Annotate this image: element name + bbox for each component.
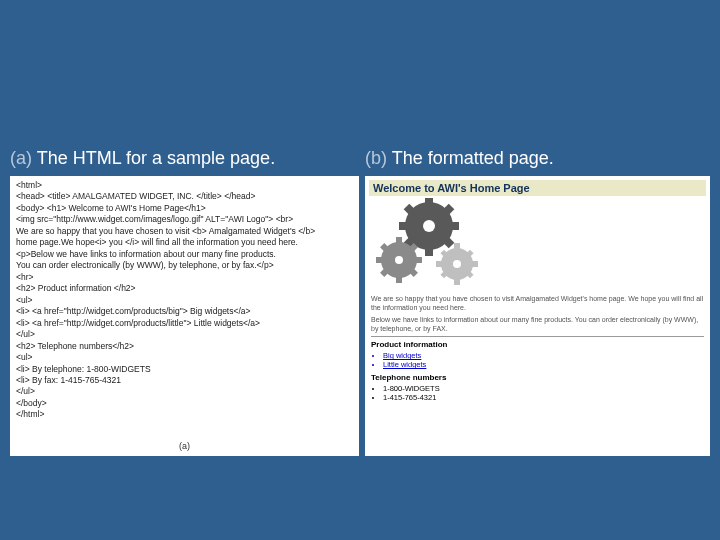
src-line: <h2> Telephone numbers</h2>: [16, 341, 353, 352]
src-line: <li> <a href="http://widget.com/products…: [16, 306, 353, 317]
section-heading-products: Product information: [371, 340, 704, 349]
caption-a: (a) The HTML for a sample page.: [10, 148, 365, 169]
captions-row: (a) The HTML for a sample page. (b) The …: [10, 148, 710, 169]
src-line: </ul>: [16, 386, 353, 397]
rendered-page-panel: Welcome to AWI's Home Page: [365, 176, 710, 456]
src-line: <hr>: [16, 272, 353, 283]
caption-a-text: The HTML for a sample page.: [37, 148, 275, 168]
src-line: <ul>: [16, 352, 353, 363]
logo-image: [371, 198, 706, 290]
src-line: <html>: [16, 180, 353, 191]
src-line: <li> By fax: 1-415-765-4321: [16, 375, 353, 386]
caption-b-label: (b): [365, 148, 392, 168]
src-line: <ul>: [16, 295, 353, 306]
phone-item: 1-415-765-4321: [383, 393, 706, 402]
src-line: <h2> Product information </h2>: [16, 283, 353, 294]
product-link-little[interactable]: Little widgets: [383, 360, 706, 369]
html-source-panel: <html> <head> <title> AMALGAMATED WIDGET…: [10, 176, 359, 456]
svg-rect-2: [425, 246, 433, 256]
src-line: home page.We hope<i> you </i> will find …: [16, 237, 353, 248]
svg-rect-4: [449, 222, 459, 230]
svg-rect-1: [425, 198, 433, 206]
src-line: </body>: [16, 398, 353, 409]
caption-b: (b) The formatted page.: [365, 148, 710, 169]
svg-rect-11: [396, 237, 402, 245]
section-heading-phone: Telephone numbers: [371, 373, 704, 382]
phone-item: 1-800-WIDGETS: [383, 384, 706, 393]
svg-point-29: [453, 260, 461, 268]
svg-rect-22: [454, 278, 460, 285]
product-link-big[interactable]: Big widgets: [383, 351, 706, 360]
svg-rect-23: [436, 261, 443, 267]
gear-icon: [436, 243, 478, 285]
src-line: We are so happy that you have chosen to …: [16, 226, 353, 237]
svg-point-9: [423, 220, 435, 232]
src-line: </ul>: [16, 329, 353, 340]
panels-row: <html> <head> <title> AMALGAMATED WIDGET…: [10, 176, 710, 456]
src-line: <body> <h1> Welcome to AWI's Home Page</…: [16, 203, 353, 214]
src-line: <li> By telephone: 1-800-WIDGETS: [16, 364, 353, 375]
phone-list: 1-800-WIDGETS 1-415-765-4321: [383, 384, 706, 402]
svg-rect-12: [396, 275, 402, 283]
src-line: <li> <a href="http://widget.com/products…: [16, 318, 353, 329]
src-line: </html>: [16, 409, 353, 420]
caption-a-label: (a): [10, 148, 37, 168]
caption-b-text: The formatted page.: [392, 148, 554, 168]
divider: [371, 336, 704, 337]
svg-rect-3: [399, 222, 409, 230]
src-line: You can order electronically (by WWW), b…: [16, 260, 353, 271]
svg-rect-24: [471, 261, 478, 267]
svg-point-19: [395, 256, 403, 264]
src-line: <img src="http://www.widget.com/images/l…: [16, 214, 353, 225]
svg-rect-14: [414, 257, 422, 263]
intro-paragraph-2: Below we have links to information about…: [371, 315, 704, 333]
intro-paragraph-1: We are so happy that you have chosen to …: [371, 294, 704, 312]
figure-label-a: (a): [10, 440, 359, 452]
product-list: Big widgets Little widgets: [383, 351, 706, 369]
page-title: Welcome to AWI's Home Page: [369, 180, 706, 196]
svg-rect-21: [454, 243, 460, 250]
svg-rect-13: [376, 257, 384, 263]
src-line: <p>Below we have links to information ab…: [16, 249, 353, 260]
src-line: <head> <title> AMALGAMATED WIDGET, INC. …: [16, 191, 353, 202]
